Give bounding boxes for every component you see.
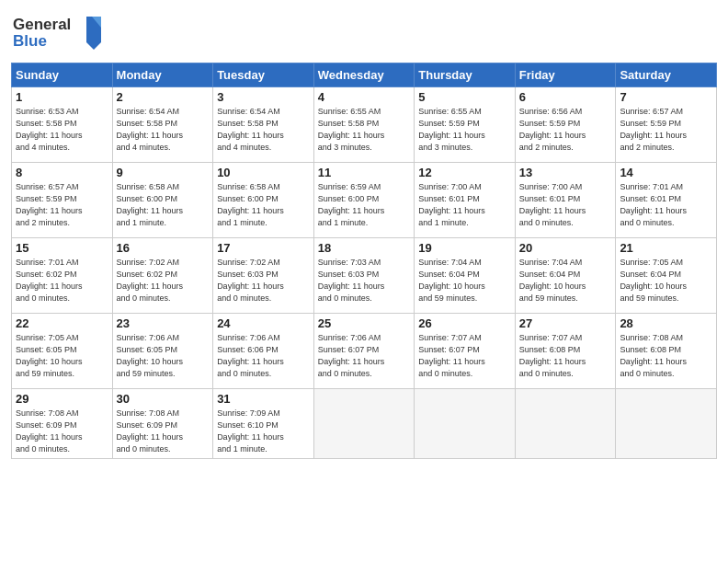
weekday-header-thursday: Thursday xyxy=(415,63,516,87)
calendar-cell: 28Sunrise: 7:08 AM Sunset: 6:08 PM Dayli… xyxy=(616,314,717,389)
calendar-cell: 7Sunrise: 6:57 AM Sunset: 5:59 PM Daylig… xyxy=(616,87,717,163)
week-row-5: 29Sunrise: 7:08 AM Sunset: 6:09 PM Dayli… xyxy=(12,389,717,459)
day-number: 30 xyxy=(117,392,210,406)
calendar-cell: 19Sunrise: 7:04 AM Sunset: 6:04 PM Dayli… xyxy=(415,238,516,314)
day-info: Sunrise: 7:01 AM Sunset: 6:02 PM Dayligh… xyxy=(16,257,108,304)
day-number: 19 xyxy=(418,241,511,255)
weekday-header-friday: Friday xyxy=(515,63,616,87)
calendar-cell: 12Sunrise: 7:00 AM Sunset: 6:01 PM Dayli… xyxy=(415,163,516,238)
day-info: Sunrise: 7:06 AM Sunset: 6:06 PM Dayligh… xyxy=(217,332,310,380)
calendar-cell: 10Sunrise: 6:58 AM Sunset: 6:00 PM Dayli… xyxy=(213,163,314,238)
day-info: Sunrise: 6:55 AM Sunset: 5:59 PM Dayligh… xyxy=(418,106,511,154)
calendar-cell: 31Sunrise: 7:09 AM Sunset: 6:10 PM Dayli… xyxy=(213,389,314,459)
day-number: 16 xyxy=(117,241,210,255)
day-number: 11 xyxy=(318,166,411,179)
day-info: Sunrise: 6:54 AM Sunset: 5:58 PM Dayligh… xyxy=(217,106,310,154)
day-number: 3 xyxy=(217,90,310,104)
calendar-table: SundayMondayTuesdayWednesdayThursdayFrid… xyxy=(11,63,717,459)
day-number: 27 xyxy=(519,316,612,330)
calendar-cell xyxy=(415,389,516,459)
day-number: 20 xyxy=(519,241,612,255)
svg-text:Blue: Blue xyxy=(13,32,47,50)
header: General Blue xyxy=(11,9,717,57)
weekday-header-tuesday: Tuesday xyxy=(213,63,314,87)
day-info: Sunrise: 6:56 AM Sunset: 5:59 PM Dayligh… xyxy=(519,106,612,154)
calendar-cell: 25Sunrise: 7:06 AM Sunset: 6:07 PM Dayli… xyxy=(313,314,415,389)
week-row-4: 22Sunrise: 7:05 AM Sunset: 6:05 PM Dayli… xyxy=(12,314,717,389)
day-number: 1 xyxy=(16,90,108,104)
day-info: Sunrise: 7:08 AM Sunset: 6:09 PM Dayligh… xyxy=(16,408,108,455)
day-info: Sunrise: 7:06 AM Sunset: 6:07 PM Dayligh… xyxy=(318,332,411,380)
calendar-cell: 1Sunrise: 6:53 AM Sunset: 5:58 PM Daylig… xyxy=(12,87,113,163)
day-info: Sunrise: 7:08 AM Sunset: 6:09 PM Dayligh… xyxy=(117,408,210,455)
day-info: Sunrise: 7:08 AM Sunset: 6:08 PM Dayligh… xyxy=(620,332,712,380)
day-number: 6 xyxy=(519,90,612,104)
day-number: 9 xyxy=(117,166,210,179)
weekday-header-monday: Monday xyxy=(112,63,213,87)
calendar-cell: 3Sunrise: 6:54 AM Sunset: 5:58 PM Daylig… xyxy=(213,87,314,163)
svg-text:General: General xyxy=(13,16,71,33)
day-number: 7 xyxy=(620,90,712,104)
weekday-header-wednesday: Wednesday xyxy=(313,63,415,87)
calendar-body: 1Sunrise: 6:53 AM Sunset: 5:58 PM Daylig… xyxy=(12,87,717,459)
day-number: 2 xyxy=(117,90,210,104)
calendar-cell: 9Sunrise: 6:58 AM Sunset: 6:00 PM Daylig… xyxy=(112,163,213,238)
calendar-cell: 20Sunrise: 7:04 AM Sunset: 6:04 PM Dayli… xyxy=(515,238,616,314)
calendar-cell: 13Sunrise: 7:00 AM Sunset: 6:01 PM Dayli… xyxy=(515,163,616,238)
day-info: Sunrise: 7:01 AM Sunset: 6:01 PM Dayligh… xyxy=(620,181,712,229)
calendar-cell xyxy=(616,389,717,459)
day-info: Sunrise: 7:00 AM Sunset: 6:01 PM Dayligh… xyxy=(519,181,612,229)
calendar-cell xyxy=(515,389,616,459)
week-row-2: 8Sunrise: 6:57 AM Sunset: 5:59 PM Daylig… xyxy=(12,163,717,238)
day-number: 12 xyxy=(418,166,511,179)
day-info: Sunrise: 7:06 AM Sunset: 6:05 PM Dayligh… xyxy=(117,332,210,380)
weekday-header-sunday: Sunday xyxy=(12,63,113,87)
calendar-cell: 17Sunrise: 7:02 AM Sunset: 6:03 PM Dayli… xyxy=(213,238,314,314)
weekday-header-saturday: Saturday xyxy=(616,63,717,87)
day-number: 28 xyxy=(620,316,712,330)
day-number: 13 xyxy=(519,166,612,179)
day-number: 22 xyxy=(16,316,108,330)
day-info: Sunrise: 7:02 AM Sunset: 6:02 PM Dayligh… xyxy=(117,257,210,304)
calendar-cell: 5Sunrise: 6:55 AM Sunset: 5:59 PM Daylig… xyxy=(415,87,516,163)
day-info: Sunrise: 7:02 AM Sunset: 6:03 PM Dayligh… xyxy=(217,257,310,304)
day-number: 29 xyxy=(16,392,108,406)
day-number: 23 xyxy=(117,316,210,330)
day-number: 25 xyxy=(318,316,411,330)
day-info: Sunrise: 7:04 AM Sunset: 6:04 PM Dayligh… xyxy=(418,257,511,304)
day-number: 31 xyxy=(217,392,310,406)
day-info: Sunrise: 6:58 AM Sunset: 6:00 PM Dayligh… xyxy=(217,181,310,229)
calendar-cell: 8Sunrise: 6:57 AM Sunset: 5:59 PM Daylig… xyxy=(12,163,113,238)
day-info: Sunrise: 6:54 AM Sunset: 5:58 PM Dayligh… xyxy=(117,106,210,154)
day-info: Sunrise: 7:05 AM Sunset: 6:05 PM Dayligh… xyxy=(16,332,108,380)
calendar-cell: 4Sunrise: 6:55 AM Sunset: 5:58 PM Daylig… xyxy=(313,87,415,163)
day-number: 15 xyxy=(16,241,108,255)
day-number: 26 xyxy=(418,316,511,330)
weekday-header-row: SundayMondayTuesdayWednesdayThursdayFrid… xyxy=(12,63,717,87)
day-number: 17 xyxy=(217,241,310,255)
calendar-cell: 16Sunrise: 7:02 AM Sunset: 6:02 PM Dayli… xyxy=(112,238,213,314)
day-info: Sunrise: 6:59 AM Sunset: 6:00 PM Dayligh… xyxy=(318,181,411,229)
day-info: Sunrise: 7:04 AM Sunset: 6:04 PM Dayligh… xyxy=(519,257,612,304)
day-info: Sunrise: 6:57 AM Sunset: 5:59 PM Dayligh… xyxy=(16,181,108,229)
day-info: Sunrise: 6:55 AM Sunset: 5:58 PM Dayligh… xyxy=(318,106,411,154)
calendar-cell xyxy=(313,389,415,459)
day-number: 14 xyxy=(620,166,712,179)
calendar-cell: 11Sunrise: 6:59 AM Sunset: 6:00 PM Dayli… xyxy=(313,163,415,238)
day-number: 24 xyxy=(217,316,310,330)
day-number: 5 xyxy=(418,90,511,104)
logo-text: General Blue xyxy=(11,9,112,57)
day-info: Sunrise: 6:57 AM Sunset: 5:59 PM Dayligh… xyxy=(620,106,712,154)
calendar-cell: 6Sunrise: 6:56 AM Sunset: 5:59 PM Daylig… xyxy=(515,87,616,163)
calendar-cell: 21Sunrise: 7:05 AM Sunset: 6:04 PM Dayli… xyxy=(616,238,717,314)
day-info: Sunrise: 7:09 AM Sunset: 6:10 PM Dayligh… xyxy=(217,408,310,455)
day-info: Sunrise: 7:05 AM Sunset: 6:04 PM Dayligh… xyxy=(620,257,712,304)
day-info: Sunrise: 7:07 AM Sunset: 6:07 PM Dayligh… xyxy=(418,332,511,380)
day-number: 4 xyxy=(318,90,411,104)
calendar-cell: 2Sunrise: 6:54 AM Sunset: 5:58 PM Daylig… xyxy=(112,87,213,163)
calendar-cell: 22Sunrise: 7:05 AM Sunset: 6:05 PM Dayli… xyxy=(12,314,113,389)
day-number: 10 xyxy=(217,166,310,179)
day-info: Sunrise: 7:07 AM Sunset: 6:08 PM Dayligh… xyxy=(519,332,612,380)
calendar-cell: 24Sunrise: 7:06 AM Sunset: 6:06 PM Dayli… xyxy=(213,314,314,389)
day-number: 8 xyxy=(16,166,108,179)
